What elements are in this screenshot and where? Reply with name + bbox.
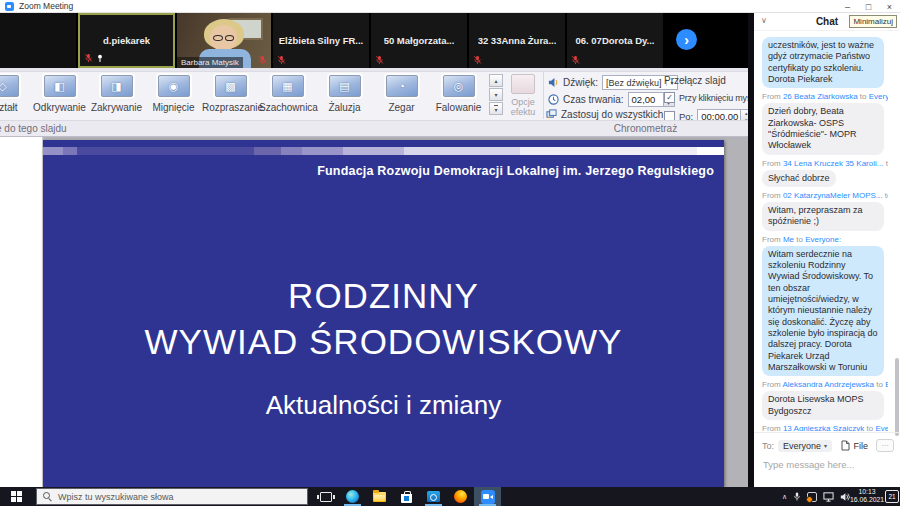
transition-effect-button[interactable]: ◎ Falowanie [430,75,487,113]
participant-name: d.piekarek [103,35,150,46]
taskbar-app[interactable] [366,487,393,506]
transition-effect-button[interactable]: ◨ Zakrywanie [88,75,145,113]
strip-segment [43,147,63,155]
chat-scrollbar[interactable] [895,358,899,436]
slide-decorative-strip [43,147,724,155]
gallery-scroll-down-button[interactable]: ▾ [489,88,503,101]
participant-tile[interactable]: 50 Małgorzata... [371,13,467,68]
transition-effect-icon: ▤ [329,75,361,97]
strip-segment [63,147,77,155]
chat-bubble: Witam serdecznie na szkoleniu Rodzinny W… [762,246,884,377]
ribbon-divider [0,68,748,72]
apply-to-all-button[interactable]: Zastosuj do wszystkich [561,109,663,120]
powerpoint-ribbon: ◇ Kształt ◧ Odkrywanie ◨ Zakrywanie ◉ Mi… [0,68,748,137]
sound-value: [Bez dźwięku] [603,78,666,88]
chat-message-list[interactable]: From to uczestników, jest to ważne gdyż … [754,32,900,431]
file-icon [841,440,850,451]
notification-app-icon[interactable] [807,492,817,502]
transition-effect-icon: ◇ [0,75,19,97]
chat-bubble: uczestników, jest to ważne gdyż otrzymac… [762,37,884,88]
sound-label: Dźwięk: [563,77,598,88]
taskbar-app[interactable] [312,487,339,506]
participant-tile-active[interactable]: d.piekarek [78,13,175,68]
transition-effect-button[interactable]: ▦ Szachownica [259,75,316,113]
thumbnail-pane[interactable] [0,137,43,487]
chat-message-header: From Me to Everyone: [762,235,888,244]
participant-tile-video[interactable]: Barbara Matysik [177,13,271,68]
muted-mic-icon [258,55,267,65]
transition-effect-label: Mignięcie [145,102,202,113]
participant-tile[interactable]: 06. 07Dorota Dy... [567,13,663,68]
gallery-scroll-up-button[interactable]: ▴ [489,74,503,87]
taskbar-app[interactable] [393,487,420,506]
taskbar-search[interactable]: Wpisz tu wyszukiwane słowa [36,488,308,505]
chat-header: ∨ Chat Minimalizuj [754,13,900,31]
chat-message-group: From Aleksandra Andrzejewska to Everyone… [762,380,888,420]
taskbar-app[interactable] [420,487,447,506]
transition-effect-label: Rozpraszanie [202,102,259,113]
duration-input[interactable]: 02,00 [628,92,664,107]
transition-effect-button[interactable]: ◧ Odkrywanie [31,75,88,113]
transition-gallery: ◇ Kształt ◧ Odkrywanie ◨ Zakrywanie ◉ Mi… [0,75,487,113]
duration-clock-icon [548,94,559,105]
store-icon [401,494,412,503]
taskbar-app[interactable] [447,487,474,506]
mic-icon[interactable] [793,491,801,502]
participant-tile-empty[interactable] [0,13,76,68]
screen: Zoom Meeting – □ × d.piekarek [0,0,900,506]
chat-bubbles: Dzień dobry, Beata Ziarkowska- OSPS "Śró… [762,103,888,154]
gallery-more-button[interactable]: ▾ [489,102,503,115]
transition-effect-button[interactable]: ◇ Kształt [0,75,31,113]
minimize-button[interactable]: – [837,0,858,14]
window-title: Zoom Meeting [19,1,73,11]
monitor-icon[interactable] [823,492,834,502]
transition-effect-icon: ▦ [272,75,304,97]
transition-effect-icon: ◔ [386,75,418,97]
edge-icon [346,490,359,503]
participant-tile[interactable]: 32 33Anna Żura... [469,13,565,68]
transition-effect-button[interactable]: ◉ Mignięcie [145,75,202,113]
close-button[interactable]: × [879,0,900,14]
recipient-dropdown[interactable]: Everyone ▾ [778,440,832,452]
slide-title-line2: WYWIAD ŚRODOWISKOWY [43,322,724,362]
apply-to-all-icon [546,109,557,120]
minimize-tooltip: Minimalizuj [849,15,897,28]
next-participants-button[interactable]: › [676,29,697,50]
chat-bubbles: Witam serdecznie na szkoleniu Rodzinny W… [762,246,888,377]
chat-panel: ∨ Chat Minimalizuj From to uczestników, … [754,13,900,487]
slide-canvas[interactable]: Fundacja Rozwoju Demokracji Lokalnej im.… [43,140,724,487]
transition-effect-button[interactable]: ▤ Żaluzja [316,75,373,113]
more-options-button[interactable]: ··· [876,439,894,452]
file-button[interactable]: File [841,440,868,451]
advance-slide-title: Przełącz slajd [664,75,726,86]
start-button[interactable] [0,487,32,506]
chat-message-group: From Me to Everyone: Witam serdecznie na… [762,235,888,377]
strip-segment [343,147,404,155]
transition-effect-label: Żaluzja [316,102,373,113]
muted-mic-icon [473,55,482,65]
search-placeholder: Wpisz tu wyszukiwane słowa [58,492,174,502]
chat-bubble: Słychać dobrze [762,170,836,187]
chat-bubble: Witam, przepraszam za spóźnienie ;) [762,202,884,231]
muted-mic-icon [84,53,93,63]
on-click-checkbox[interactable]: ✓ [664,92,675,103]
taskbar-app[interactable] [339,487,366,506]
taskbar-clock[interactable]: 10:13 16.06.2021 [850,488,884,505]
speaker-icon[interactable] [840,492,850,502]
strip-segment [697,147,724,155]
pin-icon [96,54,104,63]
maximize-button[interactable]: □ [858,0,879,14]
participant-tile[interactable]: Elżbieta Silny FR... [273,13,369,68]
taskbar-app[interactable] [474,487,501,506]
message-input[interactable]: Type message here... [754,452,900,470]
clock-date: 16.06.2021 [850,496,884,504]
action-center-icon[interactable]: 21 [885,490,899,503]
transition-effect-button[interactable]: ◔ Zegar [373,75,430,113]
chevron-down-icon: ▾ [824,442,827,449]
effect-options-icon [511,74,535,94]
chevron-up-icon[interactable]: ∧ [782,493,787,501]
effect-options-button[interactable]: Opcje efektu [504,74,542,118]
transition-effect-button[interactable]: ▩ Rozpraszanie [202,75,259,113]
windows-logo-icon [11,491,22,502]
outlook-icon [427,491,440,502]
